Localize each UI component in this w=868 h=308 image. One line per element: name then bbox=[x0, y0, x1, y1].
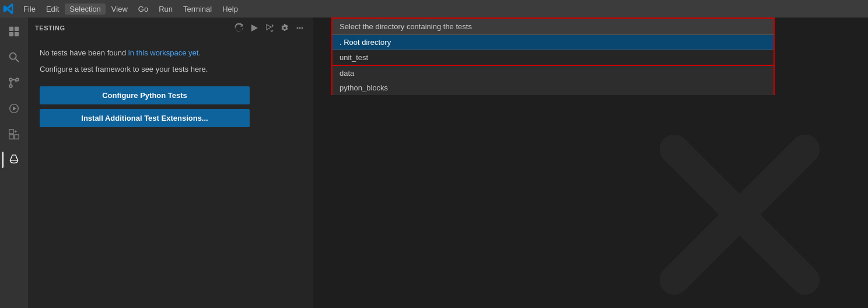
menu-help[interactable]: Help bbox=[218, 4, 243, 15]
svg-point-14 bbox=[302, 27, 303, 29]
dropdown-item-root[interactable]: . Root directory bbox=[332, 35, 774, 50]
dropdown-extra-items: data python_blocks bbox=[331, 66, 775, 95]
svg-rect-9 bbox=[9, 130, 13, 134]
activity-bar bbox=[0, 18, 28, 308]
svg-point-8 bbox=[9, 85, 12, 88]
configure-python-tests-button[interactable]: Configure Python Tests bbox=[40, 86, 250, 104]
menu-edit[interactable]: Edit bbox=[41, 4, 64, 15]
menu-file[interactable]: File bbox=[19, 4, 40, 15]
panel-actions bbox=[233, 22, 306, 34]
svg-rect-10 bbox=[15, 135, 19, 139]
directory-picker-dropdown: Select the directory containing the test… bbox=[331, 18, 775, 95]
dropdown-header: Select the directory containing the test… bbox=[331, 18, 775, 34]
activity-source-control-icon[interactable] bbox=[2, 71, 26, 94]
main-layout: TESTING No tests bbox=[0, 18, 868, 308]
svg-point-4 bbox=[10, 53, 16, 60]
open-settings-button[interactable] bbox=[278, 22, 291, 34]
menu-run[interactable]: Run bbox=[154, 4, 177, 15]
side-panel: TESTING No tests bbox=[28, 18, 314, 308]
menu-terminal[interactable]: Terminal bbox=[178, 4, 216, 15]
activity-extensions-icon[interactable] bbox=[2, 123, 26, 146]
install-extensions-button[interactable]: Install Additional Test Extensions... bbox=[40, 109, 250, 127]
svg-point-6 bbox=[9, 78, 12, 81]
editor-area: Select the directory containing the test… bbox=[314, 18, 868, 308]
dropdown-item-python-blocks[interactable]: python_blocks bbox=[332, 80, 774, 95]
no-tests-message: No tests have been found in this workspa… bbox=[40, 47, 302, 59]
more-actions-button[interactable] bbox=[293, 22, 306, 34]
dropdown-list: . Root directory unit_test bbox=[331, 34, 775, 66]
dropdown-item-unit-test[interactable]: unit_test bbox=[332, 50, 774, 65]
activity-testing-icon[interactable] bbox=[2, 148, 26, 172]
panel-content: No tests have been found in this workspa… bbox=[28, 38, 313, 308]
run-with-coverage-button[interactable] bbox=[263, 22, 276, 34]
refresh-tests-button[interactable] bbox=[233, 22, 246, 34]
vscode-logo-icon bbox=[2, 2, 15, 15]
svg-rect-0 bbox=[9, 27, 13, 31]
activity-explorer-icon[interactable] bbox=[2, 20, 26, 43]
svg-rect-11 bbox=[9, 135, 13, 139]
menu-view[interactable]: View bbox=[107, 4, 132, 15]
svg-point-13 bbox=[299, 27, 301, 29]
svg-rect-2 bbox=[9, 32, 13, 36]
menu-go[interactable]: Go bbox=[134, 4, 153, 15]
dropdown-item-data[interactable]: data bbox=[332, 66, 774, 80]
panel-title: TESTING bbox=[35, 24, 65, 32]
highlight-text: in this workspace yet. bbox=[128, 48, 201, 57]
menubar: File Edit Selection View Go Run Terminal… bbox=[0, 0, 868, 18]
svg-rect-1 bbox=[15, 27, 19, 31]
activity-run-debug-icon[interactable] bbox=[2, 97, 26, 120]
svg-point-12 bbox=[297, 27, 299, 29]
svg-rect-3 bbox=[15, 32, 19, 36]
panel-header: TESTING bbox=[28, 18, 313, 38]
svg-line-5 bbox=[16, 59, 19, 62]
watermark-icon bbox=[658, 133, 821, 296]
configure-message: Configure a test framework to see your t… bbox=[40, 64, 302, 75]
run-all-tests-button[interactable] bbox=[248, 22, 261, 34]
activity-search-icon[interactable] bbox=[2, 46, 26, 69]
menu-selection[interactable]: Selection bbox=[65, 4, 105, 15]
